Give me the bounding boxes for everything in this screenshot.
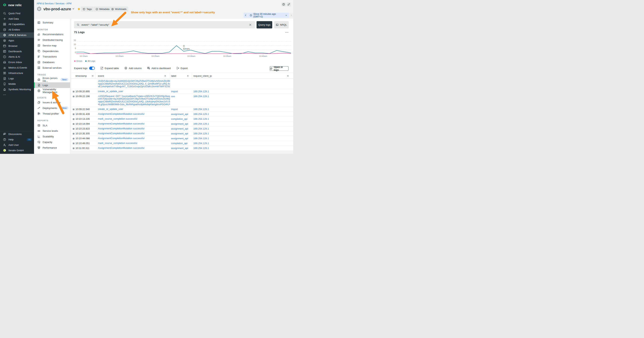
column-header-label[interactable]: label — [170, 73, 192, 79]
time-range-button[interactable]: Since 30 minutes ago (GMT+2) — [248, 13, 289, 18]
enav-item-capacity[interactable]: Capacity — [34, 139, 70, 145]
gnav-item-discussions[interactable]: Discussions — [0, 131, 34, 137]
enav-item-service-map[interactable]: Service map — [34, 43, 70, 48]
log-row[interactable]: 10:09:31.439AssignmentCompletionMutation… — [71, 112, 293, 117]
log-client-ip-link[interactable] — [192, 79, 293, 89]
open-in-logs-button[interactable]: Open in logs — [270, 66, 288, 71]
log-event-link[interactable]: create_or_update_user — [96, 107, 170, 112]
log-row[interactable]: 10:09:22.196<ASGIRequest: GET '/sso/call… — [71, 94, 293, 107]
gnav-item-quick-find[interactable]: Quick Find — [0, 11, 34, 16]
gnav-item-metrics-events[interactable]: Metrics & Events — [0, 65, 34, 70]
gnav-item-all-entities[interactable]: All Entities — [0, 27, 34, 32]
log-client-ip-link[interactable]: 169.254.129.1 — [192, 107, 293, 112]
help-button[interactable] — [282, 2, 286, 7]
query-logs-button[interactable]: Query logs — [256, 21, 272, 29]
enav-item-summary[interactable]: Summary — [34, 20, 70, 26]
enav-item-distributed-tracing[interactable]: Distributed tracing — [34, 37, 70, 43]
enav-item-logs[interactable]: Logs — [34, 82, 70, 88]
log-label-link[interactable]: import — [170, 107, 192, 112]
gnav-item-more[interactable] — [0, 92, 34, 98]
log-row[interactable]: 10:10:35.305AssignmentCompletionMutation… — [71, 131, 293, 136]
log-event-link[interactable]: AssignmentCompletionMutation successful — [96, 121, 170, 126]
remove-column-icon[interactable] — [164, 75, 166, 77]
column-header-event[interactable]: event — [96, 73, 170, 79]
enav-item-sla[interactable]: SLA — [34, 123, 70, 128]
log-event-link[interactable]: AssignmentCompletionMutation successful — [96, 136, 170, 141]
log-label-link[interactable]: assignment_api — [170, 136, 192, 141]
new-relic-logo[interactable]: new relic — [0, 0, 34, 8]
enav-item-external-services[interactable]: External services — [34, 65, 70, 71]
workloads-button[interactable]: Workloads — [110, 7, 128, 12]
enav-item-scalability[interactable]: Scalability — [34, 134, 70, 139]
legend-errors[interactable]: Errors — [74, 60, 82, 62]
nrql-button[interactable]: NRQL — [274, 21, 289, 29]
time-back-button[interactable] — [244, 13, 248, 18]
gnav-item-iterativ-gmbh[interactable]: Iterativ GmbH — [0, 148, 34, 153]
gnav-item-all-capabilities[interactable]: All Capabilities — [0, 22, 34, 27]
log-label-link[interactable]: assignment_api — [170, 131, 192, 136]
gnav-item-infrastructure[interactable]: Infrastructure — [0, 70, 34, 76]
log-label-link[interactable]: assignment_api — [170, 146, 192, 150]
time-forward-button[interactable] — [289, 13, 293, 18]
log-event-link[interactable]: AssignmentCompletionMutation successful — [96, 146, 170, 150]
log-label-link[interactable]: completion_api — [170, 141, 192, 146]
remove-column-icon[interactable] — [287, 75, 289, 77]
log-label-link[interactable]: assignment_api — [170, 121, 192, 126]
gnav-item-browser[interactable]: Browser — [0, 43, 34, 49]
enav-item-transactions[interactable]: Transactions — [34, 54, 70, 60]
enav-item-service-levels[interactable]: Service levels — [34, 128, 70, 134]
column-header-request_client_ip[interactable]: request_client_ip — [192, 73, 293, 79]
gnav-item-mobile[interactable]: Mobile — [0, 81, 34, 87]
remove-column-icon[interactable] — [186, 75, 189, 77]
gnav-item-apps[interactable]: Apps — [0, 38, 34, 43]
gnav-item-errors-inbox[interactable]: Errors Inbox — [0, 60, 34, 65]
log-event-link[interactable]: create_or_update_user — [96, 89, 170, 94]
log-label-link[interactable] — [170, 79, 192, 89]
log-client-ip-link[interactable]: 169.254.129.1 — [192, 94, 293, 107]
log-label-link[interactable]: completion_api — [170, 117, 192, 121]
gnav-item-dashboards[interactable]: Dashboards — [0, 49, 34, 54]
log-row[interactable]: 10:10:14.094AssignmentCompletionMutation… — [71, 121, 293, 126]
log-event-link[interactable]: JUQVU&code=eyJraWQiOiJjcGltY29yZV8wOTI1M… — [96, 79, 170, 89]
enav-item-recommendations[interactable]: Recommendations — [34, 32, 70, 37]
log-query-input[interactable] — [81, 23, 246, 26]
legend-all-logs[interactable]: All Logs — [85, 60, 95, 62]
gnav-item-logs[interactable]: Logs — [0, 76, 34, 81]
log-event-link[interactable]: AssignmentCompletionMutation successful — [96, 112, 170, 116]
log-event-link[interactable]: AssignmentCompletionMutation successful — [96, 126, 170, 131]
share-link-button[interactable] — [287, 2, 291, 7]
expand-logs-toggle[interactable] — [89, 67, 95, 70]
log-client-ip-link[interactable]: 169.254.129.1 — [192, 112, 293, 116]
remove-column-icon[interactable] — [92, 75, 94, 77]
metadata-button[interactable]: Metadata — [94, 7, 111, 12]
enav-item-dependencies[interactable]: Dependencies — [34, 48, 70, 54]
enav-item-databases[interactable]: Databases — [34, 60, 70, 65]
log-event-link[interactable]: <ASGIRequest: GET '/sso/callback/?state=… — [96, 94, 170, 107]
column-header-timestamp[interactable]: timestamp — [71, 73, 96, 79]
log-event-link[interactable]: mark_course_completion successful — [96, 117, 170, 121]
gnav-item-add-user[interactable]: Add User — [0, 142, 34, 148]
entity-dropdown-chevron-icon[interactable] — [72, 8, 74, 10]
log-row[interactable]: 10:09:22.540create_or_update_userimport1… — [71, 107, 293, 112]
add-to-dashboard-button[interactable]: Add to dashboard — [147, 67, 171, 70]
enav-item-issues-activity[interactable]: Issues & activity — [34, 100, 70, 105]
tags-button[interactable]: Tags — [81, 7, 94, 12]
log-client-ip-link[interactable]: 169.254.129.1 — [192, 141, 293, 146]
log-label-link[interactable]: assignment_api — [170, 112, 192, 116]
log-client-ip-link[interactable]: 169.254.129.1 — [192, 126, 293, 131]
enav-item-performance[interactable]: Performance — [34, 145, 70, 150]
log-client-ip-link[interactable]: 169.254.129.1 — [192, 89, 293, 94]
enav-item-deployments[interactable]: DeploymentsNew — [34, 105, 70, 111]
log-label-link[interactable]: assignment_api — [170, 126, 192, 131]
enav-item-thread-profiler[interactable]: Thread profiler — [34, 111, 70, 116]
log-client-ip-link[interactable]: 169.254.129.1 — [192, 136, 293, 141]
log-row[interactable]: 10:10:44.066AssignmentCompletionMutation… — [71, 136, 293, 141]
gnav-item-apm-services[interactable]: APM & Services — [0, 32, 34, 38]
log-label-link[interactable]: sso — [170, 94, 192, 107]
gnav-item-synthetic-monitoring[interactable]: Synthetic Monitoring — [0, 87, 34, 92]
breadcrumb-services-apm[interactable]: Services - APM — [56, 2, 72, 5]
expand-table-button[interactable]: Expand table — [100, 67, 119, 70]
log-event-link[interactable]: mark_course_completion successful — [96, 141, 170, 146]
log-row[interactable]: JUQVU&code=eyJraWQiOiJjcGltY29yZV8wOTI1M… — [71, 79, 293, 89]
clear-query-icon[interactable] — [249, 24, 252, 26]
